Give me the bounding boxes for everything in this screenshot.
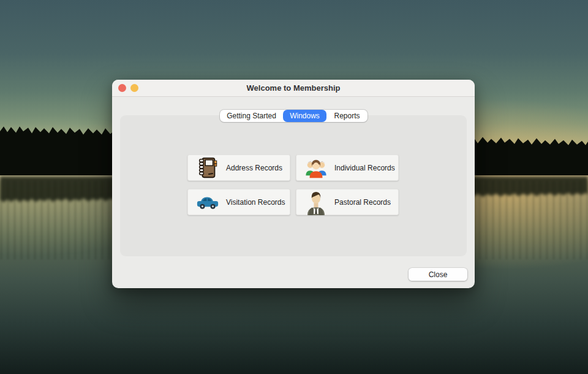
individual-records-button[interactable]: Individual Records — [296, 155, 399, 181]
car-icon — [196, 190, 219, 215]
address-records-button[interactable]: Address Records — [187, 155, 290, 181]
tab-bar: Getting Started Windows Reports — [220, 110, 368, 122]
window-title: Welcome to Membership — [112, 80, 475, 96]
tab-content-panel — [120, 115, 467, 256]
close-button[interactable]: Close — [409, 268, 467, 281]
membership-window: Welcome to Membership Getting Started Wi… — [112, 80, 475, 288]
visitation-records-button[interactable]: Visitation Records — [187, 189, 290, 215]
tab-getting-started[interactable]: Getting Started — [220, 110, 283, 122]
traffic-lights — [118, 84, 138, 92]
pastoral-records-button[interactable]: Pastoral Records — [296, 189, 399, 215]
people-group-icon — [304, 156, 328, 180]
tab-reports[interactable]: Reports — [326, 110, 368, 122]
individual-records-label: Individual Records — [334, 164, 395, 172]
address-book-icon — [196, 156, 219, 180]
screen: Welcome to Membership Getting Started Wi… — [0, 0, 588, 374]
window-titlebar[interactable]: Welcome to Membership — [112, 80, 475, 97]
minimize-window-button[interactable] — [130, 84, 138, 92]
address-records-label: Address Records — [226, 164, 282, 172]
pastoral-records-label: Pastoral Records — [334, 198, 391, 207]
tab-windows[interactable]: Windows — [283, 110, 326, 122]
pastor-icon — [304, 190, 328, 215]
visitation-records-label: Visitation Records — [226, 198, 285, 207]
close-window-button[interactable] — [118, 84, 126, 92]
